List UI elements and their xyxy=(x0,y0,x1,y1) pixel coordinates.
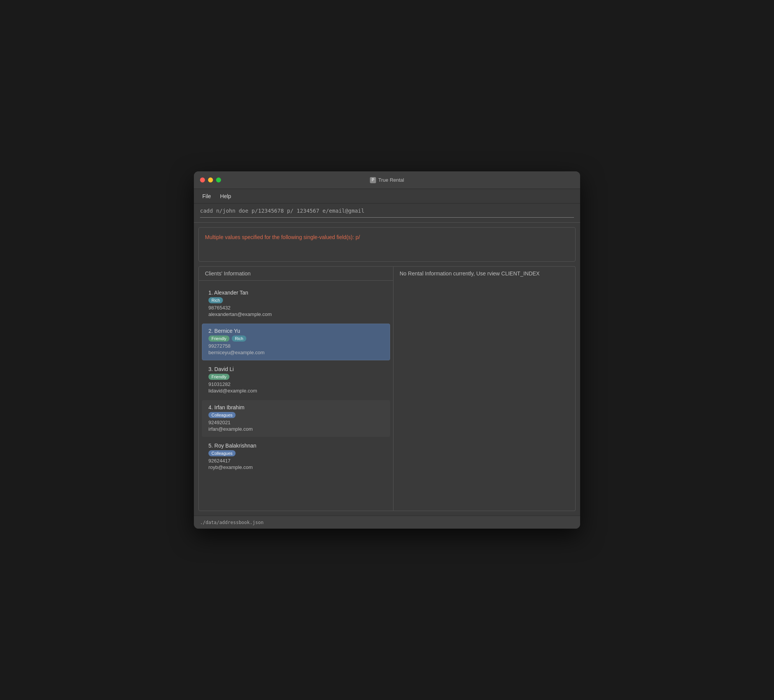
command-input[interactable] xyxy=(200,208,574,214)
client-name: 4. Irfan Ibrahim xyxy=(208,404,384,410)
client-tags: Friendly xyxy=(208,374,384,380)
error-message: Multiple values specified for the follow… xyxy=(205,234,360,240)
client-tag: Colleagues xyxy=(208,412,236,418)
client-phone: 92624417 xyxy=(208,458,384,463)
client-tags: Colleagues xyxy=(208,412,384,418)
client-phone: 99272758 xyxy=(208,343,384,349)
client-tags: FriendlyRich xyxy=(208,336,384,342)
client-name: 1. Alexander Tan xyxy=(208,290,384,296)
client-tag: Colleagues xyxy=(208,450,236,456)
window-title-area: P True Rental xyxy=(370,177,404,183)
clients-list[interactable]: 1. Alexander TanRich98765432alexandertan… xyxy=(199,281,393,511)
client-email: alexandertan@example.com xyxy=(208,311,384,317)
maximize-button[interactable] xyxy=(216,177,221,182)
client-tag: Rich xyxy=(208,297,223,303)
app-window: P True Rental File Help Multiple values … xyxy=(194,171,580,529)
client-phone: 91031282 xyxy=(208,381,384,387)
main-content: Clients' Information 1. Alexander TanRic… xyxy=(198,266,576,511)
client-card[interactable]: 2. Bernice YuFriendlyRich99272758bernice… xyxy=(202,324,390,360)
menu-bar: File Help xyxy=(194,189,580,204)
clients-panel: Clients' Information 1. Alexander TanRic… xyxy=(198,266,394,511)
clients-panel-title: Clients' Information xyxy=(199,266,393,281)
client-email: royb@example.com xyxy=(208,464,384,470)
client-tag: Rich xyxy=(232,336,246,342)
rental-empty-message: No Rental Information currently, Use rvi… xyxy=(394,266,575,280)
error-area: Multiple values specified for the follow… xyxy=(198,227,576,261)
rental-panel: No Rental Information currently, Use rvi… xyxy=(394,266,576,511)
client-tag: Friendly xyxy=(208,374,230,380)
client-email: irfan@example.com xyxy=(208,426,384,432)
close-button[interactable] xyxy=(200,177,205,182)
menu-file[interactable]: File xyxy=(198,192,215,201)
client-name: 3. David Li xyxy=(208,366,384,372)
title-bar: P True Rental xyxy=(194,171,580,189)
command-divider xyxy=(200,217,574,218)
client-name: 5. Roy Balakrishnan xyxy=(208,443,384,449)
status-bar: ./data/addressbook.json xyxy=(194,516,580,529)
minimize-button[interactable] xyxy=(208,177,213,182)
client-name: 2. Bernice Yu xyxy=(208,328,384,334)
client-tags: Colleagues xyxy=(208,450,384,456)
client-card[interactable]: 1. Alexander TanRich98765432alexandertan… xyxy=(202,285,390,322)
window-title: True Rental xyxy=(378,177,404,183)
client-phone: 92492021 xyxy=(208,420,384,425)
client-email: berniceyu@example.com xyxy=(208,350,384,355)
status-path: ./data/addressbook.json xyxy=(200,520,263,525)
client-phone: 98765432 xyxy=(208,305,384,311)
client-email: lidavid@example.com xyxy=(208,388,384,394)
client-tag: Friendly xyxy=(208,336,230,342)
menu-help[interactable]: Help xyxy=(217,192,235,201)
client-tags: Rich xyxy=(208,297,384,303)
command-area xyxy=(194,204,580,223)
client-card[interactable]: 3. David LiFriendly91031282lidavid@examp… xyxy=(202,362,390,399)
traffic-lights xyxy=(200,177,221,182)
client-card[interactable]: 4. Irfan IbrahimColleagues92492021irfan@… xyxy=(202,400,390,437)
app-icon: P xyxy=(370,177,376,183)
client-card[interactable]: 5. Roy BalakrishnanColleagues92624417roy… xyxy=(202,439,390,475)
